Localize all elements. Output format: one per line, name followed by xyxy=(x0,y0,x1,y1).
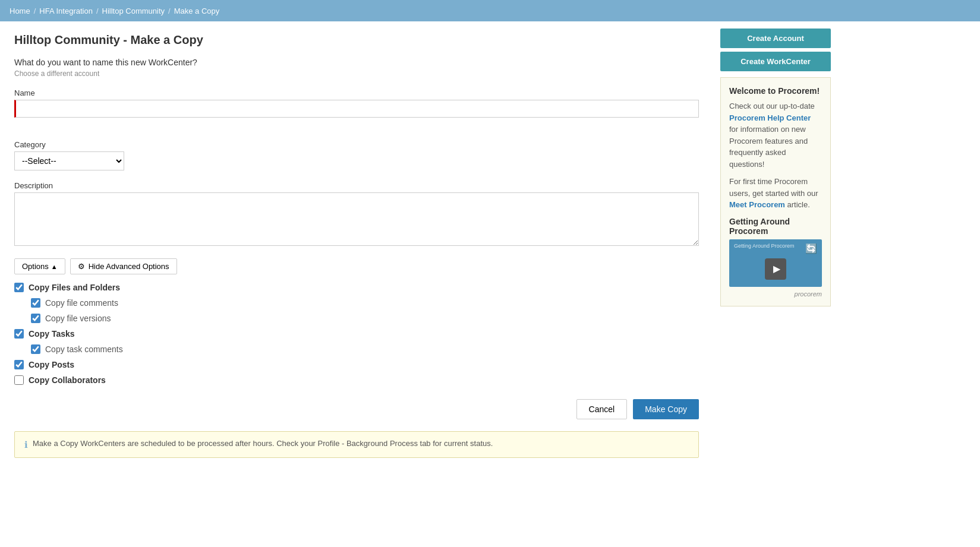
description-textarea[interactable] xyxy=(14,192,699,246)
options-button-label: Options xyxy=(22,262,49,271)
checkbox-copy-collaborators[interactable] xyxy=(14,375,24,385)
welcome-card: Welcome to Procorem! Check out our up-to… xyxy=(720,77,831,306)
cancel-button[interactable]: Cancel xyxy=(576,399,628,419)
name-input[interactable] xyxy=(14,100,699,118)
checkbox-item-copy-files: Copy Files and Folders xyxy=(14,283,699,292)
welcome-para1: Check out our up-to-date Procorem Help C… xyxy=(729,100,822,170)
welcome-para1-end: for information on new Procorem features… xyxy=(729,125,808,169)
checkbox-item-copy-tasks: Copy Tasks xyxy=(14,329,699,339)
checkbox-copy-posts[interactable] xyxy=(14,360,24,369)
name-group: Name xyxy=(14,88,699,129)
checkbox-copy-files[interactable] xyxy=(14,283,24,292)
caret-up-icon: ▲ xyxy=(51,263,58,270)
checkbox-label-copy-file-comments: Copy file comments xyxy=(45,298,118,308)
make-copy-button[interactable]: Make Copy xyxy=(633,399,699,419)
create-workcenter-button[interactable]: Create WorkCenter xyxy=(720,52,831,71)
checkbox-item-copy-task-comments: Copy task comments xyxy=(31,344,699,354)
video-thumbnail[interactable]: Getting Around Procorem 🔄 xyxy=(729,239,822,287)
description-group: Description xyxy=(14,181,699,248)
meet-procorem-link[interactable]: Meet Procorem xyxy=(729,200,785,209)
name-label: Name xyxy=(14,88,699,97)
action-row: Cancel Make Copy xyxy=(14,399,699,419)
breadcrumb: Home / HFA Integration / Hilltop Communi… xyxy=(10,7,219,15)
options-button[interactable]: Options ▲ xyxy=(14,258,65,274)
checkbox-label-copy-posts: Copy Posts xyxy=(29,360,74,369)
main-content: Hilltop Community - Make a Copy What do … xyxy=(0,21,713,470)
getting-around-title: Getting Around Procorem xyxy=(729,217,822,236)
gear-icon: ⚙ xyxy=(78,262,85,271)
info-icon: ℹ xyxy=(24,440,28,450)
breadcrumb-sep-3: / xyxy=(168,7,171,15)
video-play-button[interactable] xyxy=(765,258,786,280)
welcome-para1-text: Check out our up-to-date xyxy=(729,102,815,110)
breadcrumb-hfa[interactable]: HFA Integration xyxy=(39,7,93,15)
welcome-para2: For first time Procorem users, get start… xyxy=(729,176,822,211)
checkbox-item-copy-posts: Copy Posts xyxy=(14,360,699,369)
video-thumb-text: Getting Around Procorem xyxy=(734,243,795,249)
page-layout: Hilltop Community - Make a Copy What do … xyxy=(0,21,980,470)
sidebar: Create Account Create WorkCenter Welcome… xyxy=(713,21,838,314)
refresh-icon: 🔄 xyxy=(805,243,817,254)
breadcrumb-make-copy[interactable]: Make a Copy xyxy=(174,7,220,15)
checkbox-label-copy-file-versions: Copy file versions xyxy=(45,314,111,323)
form-question: What do you want to name this new WorkCe… xyxy=(14,58,699,67)
category-label: Category xyxy=(14,140,699,149)
welcome-para2-end: article. xyxy=(787,200,810,209)
category-select[interactable]: --Select-- Option 1 Option 2 xyxy=(14,151,124,170)
breadcrumb-sep-1: / xyxy=(34,7,36,15)
hide-advanced-button[interactable]: ⚙ Hide Advanced Options xyxy=(70,258,177,274)
page-title: Hilltop Community - Make a Copy xyxy=(14,33,699,47)
checkboxes-container: Copy Files and FoldersCopy file comments… xyxy=(14,283,699,385)
checkbox-label-copy-task-comments: Copy task comments xyxy=(45,344,123,354)
checkbox-item-copy-file-comments: Copy file comments xyxy=(31,298,699,308)
checkbox-label-copy-files: Copy Files and Folders xyxy=(29,283,120,292)
info-banner-text: Make a Copy WorkCenters are scheduled to… xyxy=(33,439,493,448)
help-center-link[interactable]: Procorem Help Center xyxy=(729,113,811,122)
procorem-logo: procorem xyxy=(729,290,822,298)
welcome-para2-text: For first time Procorem users, get start… xyxy=(729,177,818,198)
different-account-link[interactable]: Choose a different account xyxy=(14,69,99,78)
checkbox-copy-tasks[interactable] xyxy=(14,329,24,339)
top-nav: Home / HFA Integration / Hilltop Communi… xyxy=(0,0,980,21)
options-row: Options ▲ ⚙ Hide Advanced Options xyxy=(14,258,699,274)
checkbox-copy-file-versions[interactable] xyxy=(31,314,40,323)
form-subtitle: Choose a different account xyxy=(14,69,699,78)
breadcrumb-hilltop[interactable]: Hilltop Community xyxy=(102,7,165,15)
checkbox-label-copy-collaborators: Copy Collaborators xyxy=(29,375,106,385)
category-group: Category --Select-- Option 1 Option 2 xyxy=(14,140,699,170)
create-account-button[interactable]: Create Account xyxy=(720,29,831,48)
checkbox-item-copy-collaborators: Copy Collaborators xyxy=(14,375,699,385)
checkbox-copy-task-comments[interactable] xyxy=(31,344,40,354)
breadcrumb-home[interactable]: Home xyxy=(10,7,30,15)
checkbox-label-copy-tasks: Copy Tasks xyxy=(29,329,75,339)
description-label: Description xyxy=(14,181,699,190)
checkbox-item-copy-file-versions: Copy file versions xyxy=(31,314,699,323)
checkbox-copy-file-comments[interactable] xyxy=(31,298,40,308)
hide-advanced-label: Hide Advanced Options xyxy=(89,262,169,271)
breadcrumb-sep-2: / xyxy=(96,7,99,15)
welcome-title: Welcome to Procorem! xyxy=(729,86,822,96)
info-banner: ℹ Make a Copy WorkCenters are scheduled … xyxy=(14,431,699,458)
